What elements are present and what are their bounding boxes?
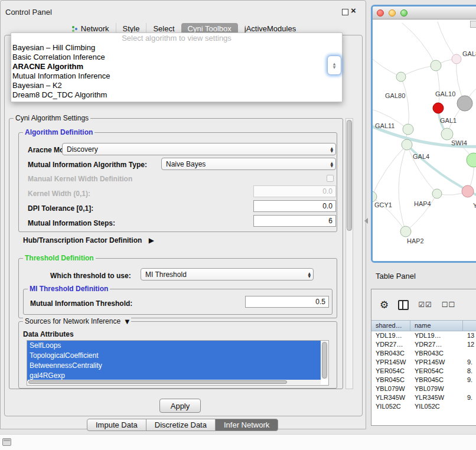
network-node[interactable] bbox=[400, 226, 411, 237]
screen: Control Panel × NetworkStyleSelectCyni T… bbox=[0, 0, 476, 450]
table-row[interactable]: YLR345WYLR345W9. bbox=[371, 393, 476, 402]
network-node[interactable] bbox=[441, 128, 453, 140]
table-row[interactable]: YBL079WYBL079W bbox=[371, 384, 476, 393]
hub-definition-toggle[interactable]: Hub/Transcription Factor Definition ▶ bbox=[23, 236, 154, 244]
expand-right-icon[interactable]: ▶ bbox=[149, 236, 154, 244]
mi-steps-field[interactable] bbox=[253, 215, 336, 227]
algorithm-option-dream8-dc-tdc-algorithm[interactable]: Dream8 DC_TDC Algorithm bbox=[11, 90, 342, 100]
table-cell: YDL19… bbox=[410, 331, 463, 340]
combo-arrows-icon: ▲▼ bbox=[308, 272, 311, 278]
network-edge[interactable] bbox=[438, 22, 457, 59]
network-window-titlebar[interactable] bbox=[373, 6, 476, 19]
network-edge[interactable] bbox=[402, 23, 436, 66]
network-edge[interactable] bbox=[436, 66, 439, 108]
list-vertical-scrollbar[interactable] bbox=[321, 341, 328, 379]
column-header[interactable]: name bbox=[410, 321, 463, 331]
close-icon[interactable]: × bbox=[351, 6, 356, 15]
deselect-all-icon[interactable]: ☐☐ bbox=[442, 301, 456, 309]
minimized-panel-icon[interactable] bbox=[2, 438, 11, 446]
sources-title-label: Sources for Network Inference bbox=[25, 317, 120, 325]
aracne-mode-value: Discovery bbox=[67, 145, 330, 154]
algorithm-option-mutual-information-inference[interactable]: Mutual Information Inference bbox=[11, 71, 342, 81]
node-table: shared…nameYDL19…YDL19…13YDR27…YDR27…12Y… bbox=[371, 320, 476, 425]
table-cell: YBR043C bbox=[371, 349, 410, 358]
aracne-mode-select[interactable]: Discovery ▲▼ bbox=[62, 143, 336, 155]
dpi-tolerance-field[interactable] bbox=[253, 200, 336, 212]
minimize-traffic-light[interactable] bbox=[389, 9, 396, 17]
network-node[interactable] bbox=[431, 60, 441, 71]
algorithm-definition-title: Algorithm Definition bbox=[23, 128, 94, 136]
kernel-width-field[interactable] bbox=[253, 185, 336, 197]
network-node[interactable] bbox=[432, 189, 442, 198]
mi-threshold-field[interactable] bbox=[245, 296, 329, 308]
network-edge[interactable] bbox=[407, 145, 437, 194]
mi-algorithm-type-select[interactable]: Naive Bayes ▲▼ bbox=[161, 158, 336, 170]
float-window-icon[interactable] bbox=[342, 9, 348, 15]
table-row[interactable]: YPR145WYPR145W9. bbox=[371, 358, 476, 367]
network-edge[interactable] bbox=[373, 145, 407, 197]
table-cell: YBR045C bbox=[410, 376, 463, 384]
column-header[interactable] bbox=[463, 321, 476, 331]
table-cell: 12 bbox=[463, 340, 476, 349]
bottom-tab-infer-network[interactable]: Infer Network bbox=[215, 419, 278, 431]
list-horizontal-scrollbar[interactable] bbox=[28, 380, 321, 384]
data-attributes-listbox[interactable]: SelfLoopsTopologicalCoefficientBetweenne… bbox=[27, 340, 329, 386]
table-toolbar: ⚙ ☑☑ ☐☐ bbox=[371, 289, 476, 320]
settings-scrollbar[interactable] bbox=[345, 118, 353, 389]
network-edge[interactable] bbox=[401, 77, 409, 129]
network-node[interactable] bbox=[396, 72, 406, 81]
network-node[interactable] bbox=[403, 124, 413, 135]
collapse-down-icon[interactable]: ▼ bbox=[125, 318, 129, 325]
column-header[interactable]: shared… bbox=[371, 321, 410, 331]
network-edge[interactable] bbox=[406, 194, 437, 231]
threshold-definition-title: Threshold Definition bbox=[23, 254, 96, 262]
node-label-y: Y bbox=[473, 202, 476, 209]
table-row[interactable]: YDR27…YDR27…12 bbox=[371, 340, 476, 349]
network-edge[interactable] bbox=[399, 145, 407, 231]
manual-kernel-width-checkbox[interactable] bbox=[327, 175, 334, 182]
zoom-traffic-light[interactable] bbox=[400, 9, 407, 17]
algorithm-option-aracne-algorithm[interactable]: ARACNE Algorithm bbox=[11, 62, 342, 71]
network-node[interactable] bbox=[402, 139, 412, 150]
table-cell: YBR045C bbox=[371, 376, 410, 384]
close-traffic-light[interactable] bbox=[377, 9, 384, 17]
network-edge[interactable] bbox=[373, 55, 401, 77]
table-cell: YPR145W bbox=[410, 358, 463, 367]
attribute-item-selfloops[interactable]: SelfLoops bbox=[27, 341, 321, 351]
apply-button[interactable]: Apply bbox=[159, 399, 201, 413]
network-canvas[interactable]: GAL8GAL80GAL10GAL11GAL1SWI4GAL4GCY1HAP4H… bbox=[373, 19, 476, 261]
bottom-tab-discretize-data[interactable]: Discretize Data bbox=[146, 419, 216, 431]
table-row[interactable]: YBR045CYBR045C9. bbox=[371, 376, 476, 384]
column-settings-icon[interactable] bbox=[398, 300, 409, 310]
node-label-gal4: GAL4 bbox=[413, 153, 429, 160]
algorithm-dropdown-popup: Select algorithm to view settings Bayesi… bbox=[11, 32, 343, 102]
algorithm-option-bayesian-k2[interactable]: Bayesian – K2 bbox=[11, 81, 342, 90]
which-threshold-label: Which threshold to use: bbox=[50, 272, 131, 280]
gear-icon[interactable]: ⚙ bbox=[380, 300, 389, 310]
network-node[interactable] bbox=[452, 54, 461, 64]
network-node[interactable] bbox=[467, 153, 476, 167]
node-label-gcy1: GCY1 bbox=[374, 201, 392, 208]
table-cell: YIL052C bbox=[371, 402, 410, 411]
attribute-item-betweennesscentrality[interactable]: BetweennessCentrality bbox=[27, 361, 321, 371]
table-row[interactable]: YDL19…YDL19…13 bbox=[371, 331, 476, 340]
algorithm-option-basic-correlation-inference[interactable]: Basic Correlation Inference bbox=[11, 53, 342, 62]
network-node[interactable] bbox=[433, 103, 444, 113]
sources-title[interactable]: Sources for Network Inference ▼ bbox=[23, 317, 131, 325]
attribute-item-topologicalcoefficient[interactable]: TopologicalCoefficient bbox=[27, 351, 321, 361]
table-cell: YDR27… bbox=[410, 340, 463, 349]
table-row[interactable]: YIL052CYIL052C bbox=[371, 402, 476, 411]
network-node[interactable] bbox=[462, 185, 474, 197]
network-node[interactable] bbox=[457, 96, 472, 111]
node-label-hap2: HAP2 bbox=[407, 237, 424, 244]
table-row[interactable]: YER054CYER054C8. bbox=[371, 367, 476, 376]
select-all-icon[interactable]: ☑☑ bbox=[418, 301, 432, 309]
algorithm-combobox-end[interactable]: ▲ ▼ bbox=[327, 56, 341, 75]
node-label-gal8: GAL8 bbox=[462, 50, 476, 57]
algorithm-option-bayesian-hill-climbing[interactable]: Bayesian – Hill Climbing bbox=[11, 43, 342, 53]
table-row[interactable]: YBR043CYBR043C bbox=[371, 349, 476, 358]
which-threshold-select[interactable]: MI Threshold ▲▼ bbox=[141, 268, 314, 281]
panel-splitter-handle[interactable] bbox=[364, 218, 368, 224]
settings-scrollbar-thumb[interactable] bbox=[347, 120, 352, 231]
bottom-tab-impute-data[interactable]: Impute Data bbox=[87, 419, 146, 431]
